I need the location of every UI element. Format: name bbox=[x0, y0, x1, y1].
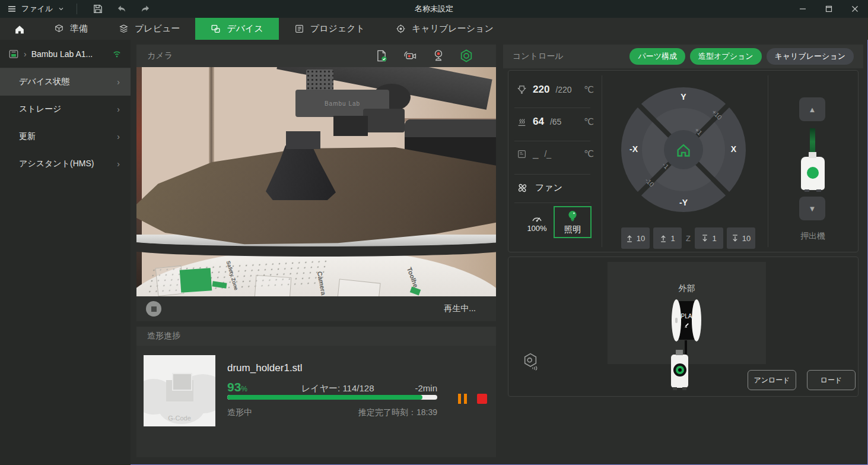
spool-slot-label: 外部 bbox=[608, 283, 766, 294]
divider bbox=[514, 107, 590, 108]
calibration-button[interactable]: キャリブレーション bbox=[767, 48, 854, 65]
nozzle-icon bbox=[517, 85, 527, 95]
sidebar: › Bambu Lab A1... デバイス状態 › ストレージ › 更新 › … bbox=[0, 40, 131, 465]
z-controls: 10 1 Z 1 10 bbox=[621, 227, 755, 249]
bed-target-temp: /65 bbox=[550, 117, 561, 126]
sidebar-item-update[interactable]: 更新 › bbox=[0, 123, 131, 150]
load-button[interactable]: ロード bbox=[807, 370, 856, 390]
sidebar-item-storage[interactable]: ストレージ › bbox=[0, 96, 131, 123]
sidebar-item-device-status[interactable]: デバイス状態 › bbox=[0, 68, 131, 96]
light-bulb-icon bbox=[567, 210, 578, 223]
stop-icon bbox=[151, 306, 157, 312]
progress-bar-fill bbox=[227, 395, 422, 400]
base-illustration-green bbox=[180, 268, 212, 293]
tab-calibration[interactable]: キャリブレーション bbox=[380, 18, 509, 40]
timelapse-camera-icon[interactable] bbox=[402, 49, 418, 62]
temp-unit: ℃ bbox=[584, 148, 594, 159]
bed-temp-row[interactable]: 64 /65 ℃ bbox=[517, 116, 594, 128]
tab-bar: 準備 プレビュー デバイス プロジェクト キャリブレーション bbox=[0, 18, 868, 40]
extruder-label: 押出機 bbox=[786, 231, 840, 242]
save-button[interactable] bbox=[89, 2, 107, 16]
base-illustration-outline bbox=[255, 275, 292, 296]
device-selector[interactable]: › Bambu Lab A1... bbox=[0, 40, 131, 68]
divider bbox=[514, 203, 590, 203]
progress-panel: 造形進捗 G-Code drum_holder1.stl 93% レイヤー: 1… bbox=[136, 327, 496, 457]
stop-stream-button[interactable] bbox=[146, 301, 161, 317]
hamburger-icon bbox=[7, 4, 17, 14]
toolhead-brand-text: Bambu Lab bbox=[325, 100, 360, 107]
cube-icon bbox=[54, 24, 64, 34]
control-box: 220 /220 ℃ 64 /65 ℃ _ /_ ℃ ファ bbox=[508, 70, 859, 252]
tab-device[interactable]: デバイス bbox=[195, 18, 278, 40]
gcode-thumbnail: G-Code bbox=[144, 355, 215, 426]
speed-value: 100% bbox=[527, 224, 546, 233]
thumbnail-label: G-Code bbox=[168, 415, 191, 426]
fan-row[interactable]: ファン bbox=[517, 182, 562, 194]
axis-y-label: Y bbox=[621, 92, 746, 102]
tab-preview[interactable]: プレビュー bbox=[103, 18, 195, 40]
redo-button[interactable] bbox=[136, 2, 154, 16]
z-up-10-button[interactable]: 10 bbox=[621, 227, 650, 249]
tab-preview-label: プレビュー bbox=[135, 23, 180, 34]
minimize-button[interactable] bbox=[790, 0, 816, 18]
nozzle-temp-row[interactable]: 220 /220 ℃ bbox=[517, 84, 594, 96]
pause-bar bbox=[458, 394, 461, 404]
speed-control[interactable]: 100% bbox=[522, 207, 552, 238]
webcam-icon[interactable] bbox=[432, 49, 445, 63]
divider bbox=[602, 75, 602, 247]
layer-count: レイヤー: 114/128 bbox=[301, 383, 374, 394]
app-window: ファイル 名称未設定 bbox=[0, 0, 868, 465]
tab-home[interactable] bbox=[0, 18, 39, 40]
sidebar-item-label: デバイス状態 bbox=[19, 77, 117, 87]
time-remaining: -2min bbox=[408, 383, 437, 393]
tab-project-label: プロジェクト bbox=[310, 23, 365, 34]
chevron-right-icon: › bbox=[117, 105, 120, 114]
unload-button[interactable]: アンロード bbox=[748, 370, 796, 390]
file-menu[interactable]: ファイル bbox=[7, 4, 65, 14]
nozzle-settings-hexagon-icon[interactable] bbox=[459, 49, 473, 63]
control-header: コントロール パーツ構成 造型オプション キャリブレーション bbox=[503, 45, 863, 68]
tab-project[interactable]: プロジェクト bbox=[279, 18, 380, 40]
tab-prepare[interactable]: 準備 bbox=[39, 18, 103, 40]
undo-button[interactable] bbox=[113, 2, 131, 16]
extrude-down-button[interactable]: ▼ bbox=[799, 197, 825, 220]
stop-print-button[interactable] bbox=[477, 394, 487, 404]
progress-header: 造形進捗 bbox=[136, 327, 496, 346]
project-list-icon bbox=[294, 24, 304, 34]
spool-flange bbox=[692, 299, 701, 341]
nozzle-target-temp: /220 bbox=[555, 85, 571, 94]
axis-negx-label: -X bbox=[629, 144, 638, 154]
extruder-green-dot bbox=[807, 167, 819, 179]
temp-unit: ℃ bbox=[584, 116, 594, 127]
parts-config-button[interactable]: パーツ構成 bbox=[629, 48, 685, 65]
filament-settings-button[interactable] bbox=[522, 352, 539, 371]
camera-playbar: 再生中... bbox=[136, 296, 496, 321]
layers-icon bbox=[119, 24, 129, 34]
z-axis-label: Z bbox=[682, 234, 695, 243]
light-toggle[interactable]: 照明 bbox=[554, 206, 592, 238]
extruder-graphic bbox=[801, 157, 825, 190]
extruder-connector bbox=[809, 152, 816, 158]
sidebar-item-label: 更新 bbox=[19, 131, 117, 142]
spool-hub bbox=[675, 318, 678, 323]
jog-pad-outer[interactable] bbox=[621, 87, 746, 212]
printed-object-top bbox=[286, 131, 320, 149]
chamber-current-temp: _ bbox=[533, 148, 538, 160]
recording-file-icon[interactable] bbox=[375, 49, 388, 62]
extrude-up-button[interactable]: ▲ bbox=[799, 97, 825, 121]
close-button[interactable] bbox=[842, 0, 868, 18]
toolhead-mount bbox=[363, 109, 405, 132]
print-options-button[interactable]: 造型オプション bbox=[690, 48, 762, 65]
home-button[interactable] bbox=[664, 130, 703, 169]
z-down-1-button[interactable]: 1 bbox=[695, 227, 723, 249]
tab-device-label: デバイス bbox=[227, 23, 263, 34]
maximize-button[interactable] bbox=[816, 0, 842, 18]
z-down-10-button[interactable]: 10 bbox=[727, 227, 755, 249]
z-up-1-button[interactable]: 1 bbox=[653, 227, 682, 249]
extruder-connector bbox=[676, 350, 683, 355]
filament-spool[interactable]: PLA bbox=[672, 299, 701, 341]
print-percent: 93% bbox=[227, 380, 247, 394]
pause-print-button[interactable] bbox=[458, 394, 469, 404]
chevron-down-icon bbox=[58, 5, 65, 12]
sidebar-item-assistant[interactable]: アシスタント(HMS) › bbox=[0, 150, 131, 178]
